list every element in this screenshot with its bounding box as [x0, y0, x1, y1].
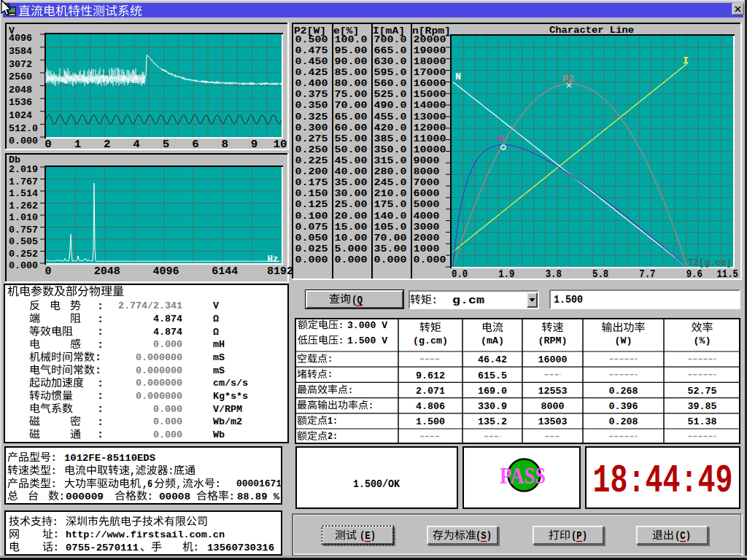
svg-text::: : [53, 529, 59, 540]
svg-text:(P): (P) [571, 530, 587, 542]
svg-text:3584: 3584 [9, 46, 32, 57]
svg-text:Hz: Hz [268, 254, 279, 265]
svg-text:3000: 3000 [414, 222, 440, 233]
svg-text:4.806: 4.806 [416, 401, 445, 412]
svg-text:0.000: 0.000 [335, 254, 368, 265]
svg-text:6000: 6000 [414, 188, 440, 199]
svg-text::: : [215, 478, 221, 490]
svg-text:280.0: 280.0 [374, 166, 407, 177]
svg-text:8192: 8192 [267, 265, 293, 277]
svg-text:35.00: 35.00 [374, 244, 407, 254]
svg-text:88.89 %: 88.89 % [237, 491, 280, 502]
svg-text:2:: 2: [328, 431, 338, 442]
svg-text:169.0: 169.0 [478, 386, 507, 397]
svg-text:0.757: 0.757 [9, 225, 38, 236]
svg-text:1.500 V: 1.500 V [347, 335, 388, 346]
svg-text:315.0: 315.0 [374, 155, 407, 166]
svg-text:14000: 14000 [414, 100, 446, 111]
svg-text:1.9: 1.9 [498, 268, 514, 280]
svg-text:350.0: 350.0 [374, 144, 407, 155]
svg-text::: : [95, 365, 101, 377]
svg-text:2560: 2560 [9, 71, 32, 82]
svg-text:330.9: 330.9 [478, 401, 507, 412]
svg-text:4096: 4096 [153, 265, 179, 277]
svg-text:560.0: 560.0 [374, 78, 407, 89]
svg-text:0: 0 [44, 139, 52, 150]
svg-text:4: 4 [133, 139, 140, 150]
svg-text:0.225: 0.225 [295, 155, 328, 166]
svg-text:0.000: 0.000 [9, 260, 38, 271]
svg-text::: : [328, 354, 333, 365]
svg-text:0.350: 0.350 [295, 100, 328, 111]
svg-text:16000: 16000 [538, 354, 568, 365]
svg-text:700.0: 700.0 [374, 34, 407, 45]
svg-text:630.0: 630.0 [374, 56, 407, 67]
svg-text:0.000: 0.000 [414, 254, 446, 265]
svg-text:Ω: Ω [213, 327, 219, 338]
svg-text:0.000: 0.000 [295, 254, 328, 265]
svg-text:45.00: 45.00 [335, 155, 368, 166]
svg-text:cm/s/s: cm/s/s [213, 378, 248, 389]
svg-text:1: 1 [74, 139, 82, 150]
svg-text:1012FE-85110EDS: 1012FE-85110EDS [64, 453, 155, 464]
svg-text:70.00: 70.00 [335, 100, 368, 111]
svg-text:mS: mS [213, 352, 225, 363]
svg-text:0.375: 0.375 [295, 89, 328, 100]
svg-text:(%): (%) [694, 335, 711, 346]
svg-text:13503: 13503 [538, 416, 568, 427]
svg-text:0.505: 0.505 [9, 236, 38, 247]
svg-text:12000: 12000 [414, 122, 446, 133]
svg-text:105.0: 105.0 [374, 222, 407, 233]
svg-text:Kg*s*s: Kg*s*s [213, 391, 248, 402]
svg-text:30.00: 30.00 [335, 188, 368, 199]
svg-text:0755-2570111: 0755-2570111 [66, 542, 139, 553]
svg-text:70.00: 70.00 [374, 233, 407, 244]
svg-text:0.100: 0.100 [295, 211, 328, 222]
svg-text:40.00: 40.00 [335, 166, 368, 177]
svg-text::: : [97, 314, 104, 326]
svg-text:55.00: 55.00 [335, 133, 368, 144]
svg-text:00008: 00008 [159, 491, 190, 502]
svg-text:V: V [213, 300, 220, 311]
svg-text:15000: 15000 [414, 89, 446, 100]
svg-text:2.774/2.341: 2.774/2.341 [118, 300, 182, 311]
svg-text:0.000: 0.000 [153, 416, 182, 427]
svg-text::: : [348, 385, 353, 396]
svg-text:I: I [683, 55, 689, 66]
svg-text:19000: 19000 [414, 45, 446, 56]
svg-text:0.075: 0.075 [295, 222, 328, 233]
svg-text::: : [193, 542, 199, 553]
svg-text:mS: mS [213, 365, 225, 376]
svg-text:0.175: 0.175 [295, 177, 328, 188]
svg-text:e: e [498, 133, 505, 144]
svg-text:1536: 1536 [9, 97, 32, 108]
svg-text:50.00: 50.00 [335, 144, 368, 155]
svg-text:595.0: 595.0 [374, 67, 407, 78]
svg-text::: : [368, 400, 374, 411]
svg-text:0.0: 0.0 [452, 268, 468, 280]
svg-text:N: N [455, 71, 461, 82]
svg-text:0.475: 0.475 [295, 45, 328, 56]
svg-text:0.425: 0.425 [295, 67, 328, 78]
svg-text:6144: 6144 [212, 265, 238, 277]
svg-text:5.8: 5.8 [592, 268, 608, 280]
svg-text:0: 0 [45, 265, 52, 277]
svg-text:0.050: 0.050 [295, 233, 328, 244]
svg-text:13000: 13000 [414, 112, 446, 122]
svg-text:2048: 2048 [94, 265, 120, 277]
svg-text:,: , [177, 478, 181, 490]
svg-text:0.000000: 0.000000 [136, 378, 182, 389]
svg-text:2000: 2000 [414, 233, 440, 244]
svg-text:52.75: 52.75 [688, 386, 717, 397]
svg-text:4.874: 4.874 [153, 327, 182, 338]
svg-text:1024: 1024 [9, 110, 32, 121]
svg-text:0.025: 0.025 [295, 244, 328, 254]
svg-text:mH: mH [213, 339, 225, 350]
svg-text::: : [51, 465, 57, 477]
svg-text:20.00: 20.00 [335, 211, 368, 222]
svg-text::: : [432, 295, 438, 306]
svg-text:0.150: 0.150 [295, 188, 328, 199]
svg-text:0.252: 0.252 [9, 249, 38, 260]
svg-text:8: 8 [221, 139, 228, 150]
svg-text:0.396: 0.396 [609, 401, 638, 412]
